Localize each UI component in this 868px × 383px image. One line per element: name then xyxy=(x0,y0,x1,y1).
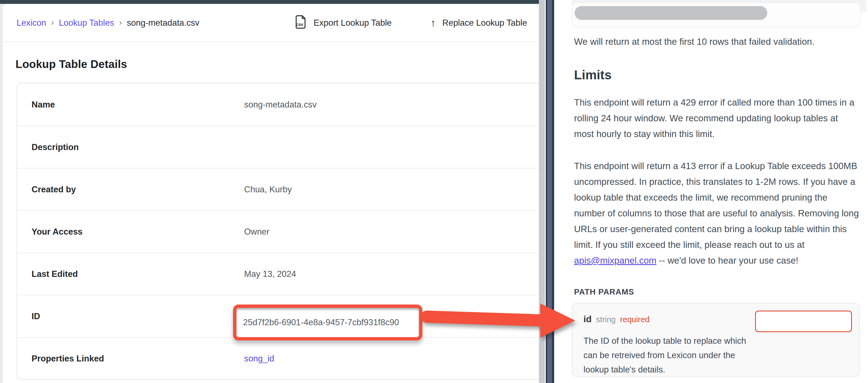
paragraph-text: -- we'd love to hear your use case! xyxy=(656,255,799,266)
table-row-name: Name song-metadata.csv xyxy=(17,83,539,126)
param-description: The ID of the lookup table to replace wh… xyxy=(584,334,758,377)
table-row-your-access: Your Access Owner xyxy=(17,210,539,252)
breadcrumb-link-lookup-tables[interactable]: Lookup Tables xyxy=(59,18,114,28)
breadcrumb-separator-icon: › xyxy=(119,18,122,28)
row-value: Owner xyxy=(244,227,269,237)
upload-arrow-icon: ↑ xyxy=(430,17,436,29)
breadcrumb-current-page: song-metadata.csv xyxy=(127,18,199,28)
id-param-input[interactable] xyxy=(755,311,852,332)
paragraph-text: This endpoint will return a 413 error if… xyxy=(574,161,859,250)
row-value: Chua, Kurby xyxy=(244,184,292,195)
breadcrumb: Lexicon › Lookup Tables › song-metadata.… xyxy=(17,4,199,42)
row-value: song-metadata.csv xyxy=(244,100,317,110)
param-required-badge: required xyxy=(620,315,649,324)
screenshot-root: Lexicon › Lookup Tables › song-metadata.… xyxy=(0,0,868,383)
replace-button-label: Replace Lookup Table xyxy=(442,18,527,28)
param-type: string xyxy=(596,315,616,324)
row-label: Your Access xyxy=(32,227,244,237)
docs-window: We will return at most the first 10 rows… xyxy=(554,0,868,383)
song-id-property-link[interactable]: song_id xyxy=(244,354,274,364)
export-button-label: Export Lookup Table xyxy=(314,18,392,28)
csv-file-icon: csv xyxy=(295,15,307,31)
lexicon-header: Lexicon › Lookup Tables › song-metadata.… xyxy=(3,4,539,42)
lookup-table-id-value: 25d7f2b6-6901-4e8a-9457-7cbf931f8c90 xyxy=(237,317,399,327)
id-value-highlight-box: 25d7f2b6-6901-4e8a-9457-7cbf931f8c90 xyxy=(233,305,423,341)
table-row-created-by: Created by Chua, Kurby xyxy=(17,168,539,210)
left-window-top-edge xyxy=(0,0,539,4)
export-lookup-table-button[interactable]: csv Export Lookup Table xyxy=(295,4,392,42)
table-row-last-edited: Last Edited May 13, 2024 xyxy=(17,252,539,295)
apis-mixpanel-email-link[interactable]: apis@mixpanel.com xyxy=(574,255,656,266)
breadcrumb-separator-icon: › xyxy=(51,18,54,28)
docs-intro-paragraph: We will return at most the first 10 rows… xyxy=(574,34,860,49)
row-label: Last Edited xyxy=(32,269,244,279)
table-row-description: Description xyxy=(17,126,539,168)
row-label: Name xyxy=(32,100,244,110)
page-title: Lookup Table Details xyxy=(16,58,127,70)
limits-413-paragraph: This endpoint will return a 413 error if… xyxy=(574,158,860,268)
row-label: Description xyxy=(32,142,244,152)
param-header: id string required xyxy=(584,314,650,324)
id-path-param-card: id string required The ID of the lookup … xyxy=(572,303,860,377)
limits-heading: Limits xyxy=(574,67,612,82)
breadcrumb-link-lexicon[interactable]: Lexicon xyxy=(17,18,46,28)
docs-horizontal-scrollbar[interactable] xyxy=(572,2,861,27)
replace-lookup-table-button[interactable]: ↑ Replace Lookup Table xyxy=(430,4,527,42)
row-label: Properties Linked xyxy=(32,354,244,364)
annotation-arrow-icon xyxy=(415,295,587,350)
row-value: May 13, 2024 xyxy=(244,269,296,279)
row-label: Created by xyxy=(32,184,244,195)
svg-text:csv: csv xyxy=(296,22,303,27)
row-label: ID xyxy=(32,311,244,321)
limits-429-paragraph: This endpoint will return a 429 error if… xyxy=(574,95,860,142)
horizontal-scrollbar-thumb[interactable] xyxy=(575,6,767,20)
